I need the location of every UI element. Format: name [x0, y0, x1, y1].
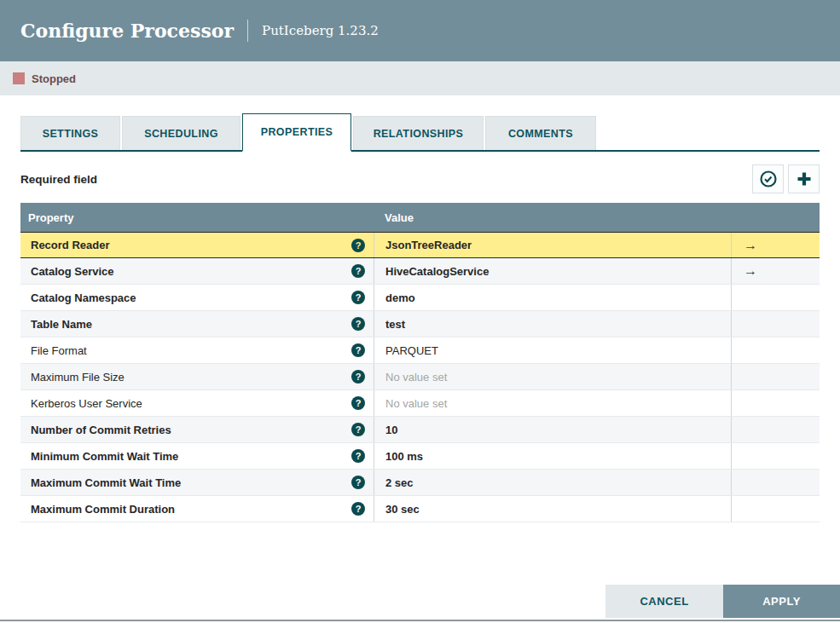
- required-field-label: Required field: [20, 173, 97, 186]
- property-name: Number of Commit Retries: [31, 424, 171, 436]
- table-row[interactable]: Catalog Service ? HiveCatalogService →: [20, 258, 820, 285]
- tab-settings[interactable]: SETTINGS: [20, 116, 120, 150]
- property-name: Maximum File Size: [31, 371, 125, 384]
- property-value[interactable]: PARQUET: [385, 344, 438, 357]
- status-bar: Stopped: [0, 61, 840, 95]
- tab-bar: SETTINGSSCHEDULINGPROPERTIESRELATIONSHIP…: [20, 113, 820, 152]
- property-value[interactable]: JsonTreeReader: [385, 239, 472, 251]
- table-row[interactable]: Kerberos User Service ? No value set →: [20, 390, 820, 417]
- verify-properties-button[interactable]: [752, 164, 784, 193]
- property-name: Catalog Service: [31, 265, 114, 278]
- table-row[interactable]: Minimum Commit Wait Time ? 100 ms →: [20, 443, 820, 470]
- toolbar-buttons: [752, 164, 820, 193]
- table-row[interactable]: Maximum Commit Wait Time ? 2 sec →: [20, 470, 820, 496]
- help-icon[interactable]: ?: [351, 370, 365, 384]
- tab-comments[interactable]: COMMENTS: [485, 116, 596, 150]
- property-value[interactable]: No value set: [385, 371, 447, 384]
- table-row[interactable]: Table Name ? test →: [20, 311, 820, 337]
- help-icon[interactable]: ?: [351, 239, 365, 252]
- property-value[interactable]: 2 sec: [385, 476, 414, 489]
- apply-button[interactable]: APPLY: [723, 585, 840, 618]
- help-icon[interactable]: ?: [351, 396, 365, 410]
- table-row[interactable]: Maximum File Size ? No value set →: [20, 364, 820, 390]
- property-value[interactable]: demo: [385, 291, 415, 304]
- tab-properties[interactable]: PROPERTIES: [242, 113, 351, 152]
- property-value[interactable]: No value set: [385, 397, 447, 410]
- dialog-title: Configure Processor: [20, 20, 234, 42]
- property-name: Record Reader: [31, 239, 109, 251]
- go-to-service-icon[interactable]: →: [744, 238, 757, 253]
- dialog-content: SETTINGSSCHEDULINGPROPERTIESRELATIONSHIP…: [0, 113, 840, 522]
- property-name: Catalog Namespace: [31, 291, 136, 304]
- property-value[interactable]: 30 sec: [385, 503, 420, 516]
- properties-table: Property Value Record Reader ? JsonTreeR…: [20, 203, 820, 522]
- property-name: Minimum Commit Wait Time: [31, 450, 178, 463]
- table-row[interactable]: File Format ? PARQUET →: [20, 337, 820, 364]
- go-to-service-icon[interactable]: →: [744, 263, 757, 279]
- help-icon[interactable]: ?: [351, 343, 365, 357]
- property-name: File Format: [31, 344, 87, 357]
- table-header: Property Value: [20, 203, 820, 232]
- dialog-bottom-edge: [0, 620, 840, 621]
- help-icon[interactable]: ?: [351, 476, 365, 489]
- help-icon[interactable]: ?: [351, 291, 365, 304]
- column-header-actions: [731, 203, 820, 232]
- processor-type-version: PutIceberg 1.23.2: [262, 23, 379, 38]
- dialog-footer: CANCEL APPLY: [605, 585, 840, 618]
- help-icon[interactable]: ?: [351, 449, 365, 463]
- help-icon[interactable]: ?: [351, 423, 365, 436]
- property-name: Kerberos User Service: [31, 397, 142, 410]
- tab-relationships[interactable]: RELATIONSHIPS: [353, 116, 484, 150]
- help-icon[interactable]: ?: [351, 502, 365, 516]
- cancel-button[interactable]: CANCEL: [605, 585, 723, 618]
- property-value[interactable]: 10: [385, 424, 397, 436]
- dialog-header: Configure Processor PutIceberg 1.23.2: [0, 0, 840, 61]
- add-property-button[interactable]: [788, 164, 820, 193]
- property-name: Maximum Commit Wait Time: [31, 476, 181, 489]
- help-icon[interactable]: ?: [351, 264, 365, 278]
- check-circle-icon: [759, 170, 778, 188]
- status-label: Stopped: [32, 72, 76, 85]
- property-value[interactable]: test: [385, 318, 405, 331]
- table-row[interactable]: Catalog Namespace ? demo →: [20, 285, 820, 311]
- property-value[interactable]: 100 ms: [385, 450, 423, 463]
- property-name: Table Name: [31, 318, 92, 331]
- table-row[interactable]: Record Reader ? JsonTreeReader →: [20, 232, 820, 258]
- tab-scheduling[interactable]: SCHEDULING: [122, 116, 240, 150]
- property-value[interactable]: HiveCatalogService: [385, 265, 489, 278]
- properties-toolbar: Required field: [20, 164, 820, 194]
- title-divider: [247, 20, 248, 42]
- column-header-value: Value: [374, 203, 731, 232]
- column-header-property: Property: [20, 203, 374, 232]
- help-icon[interactable]: ?: [351, 317, 365, 331]
- table-row[interactable]: Maximum Commit Duration ? 30 sec →: [20, 496, 820, 522]
- stopped-icon: [13, 72, 25, 84]
- table-body: Record Reader ? JsonTreeReader → Catalog…: [20, 232, 820, 522]
- plus-icon: [796, 170, 813, 187]
- table-row[interactable]: Number of Commit Retries ? 10 →: [20, 417, 820, 443]
- property-name: Maximum Commit Duration: [31, 503, 175, 516]
